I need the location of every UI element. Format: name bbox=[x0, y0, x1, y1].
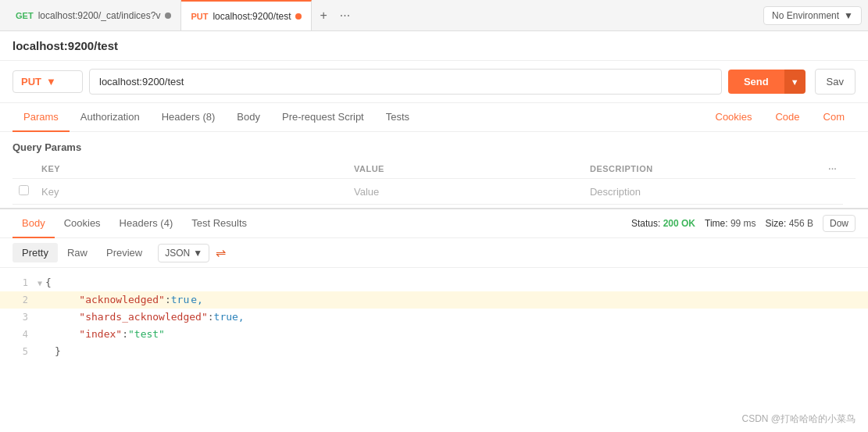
json-key-shards: "shards_acknowledged" bbox=[55, 309, 208, 326]
line-toggle-2 bbox=[38, 294, 52, 307]
resp-tab-test-results[interactable]: Test Results bbox=[182, 209, 256, 238]
size-value: 456 B bbox=[789, 218, 813, 229]
tab-put-method: PUT bbox=[191, 12, 208, 21]
tab-get-dot bbox=[165, 12, 171, 19]
line-toggle-4 bbox=[38, 328, 52, 341]
tab-comments[interactable]: Com bbox=[813, 103, 855, 132]
chevron-down-icon: ▼ bbox=[193, 248, 202, 259]
resp-tab-headers[interactable]: Headers (4) bbox=[110, 209, 183, 238]
json-val-shards: true, bbox=[214, 309, 245, 326]
line-num-2: 2 bbox=[6, 292, 28, 308]
tab-get-url: localhost:9200/_cat/indices?v bbox=[38, 10, 161, 21]
line-toggle-5 bbox=[38, 345, 52, 359]
line-toggle-3 bbox=[38, 311, 52, 324]
fmt-tab-raw[interactable]: Raw bbox=[58, 243, 97, 262]
json-line-3: 3 "shards_acknowledged" : true, bbox=[0, 309, 868, 326]
json-key-index: "index" bbox=[55, 326, 122, 343]
send-button-group: Send ▼ bbox=[728, 70, 805, 94]
col-actions-header: ··· bbox=[822, 159, 843, 179]
json-line-2: 2 "acknowledged" : true, bbox=[0, 291, 868, 309]
environment-selector: No Environment ▼ bbox=[763, 6, 862, 25]
line-num-3: 3 bbox=[6, 309, 28, 325]
placeholder-desc[interactable]: Description bbox=[584, 179, 822, 205]
query-params-title: Query Params bbox=[13, 141, 855, 153]
request-tabs: Params Authorization Headers (8) Body Pr… bbox=[0, 103, 868, 132]
json-open-brace: { bbox=[45, 274, 52, 291]
response-format-bar: Pretty Raw Preview JSON ▼ ⇌ bbox=[0, 238, 868, 268]
response-status: Status: 200 OK Time: 99 ms Size: 456 B D… bbox=[631, 215, 855, 232]
collapse-icon-1[interactable]: ▼ bbox=[38, 277, 42, 290]
save-button[interactable]: Sav bbox=[815, 69, 855, 95]
json-key-acknowledged: "acknowledged" bbox=[55, 291, 165, 309]
json-val-index: "test" bbox=[128, 326, 165, 343]
tab-put-url: localhost:9200/test bbox=[213, 11, 291, 22]
method-label: PUT bbox=[21, 76, 41, 87]
line-num-5: 5 bbox=[6, 344, 28, 359]
resp-tab-cookies[interactable]: Cookies bbox=[55, 209, 110, 238]
chevron-down-icon: ▼ bbox=[844, 10, 853, 21]
response-tabs-bar: Body Cookies Headers (4) Test Results St… bbox=[0, 209, 868, 238]
fmt-tab-preview[interactable]: Preview bbox=[97, 243, 152, 262]
response-section: Body Cookies Headers (4) Test Results St… bbox=[0, 208, 868, 366]
tab-body[interactable]: Body bbox=[226, 103, 271, 132]
json-line-4: 4 "index" : "test" bbox=[0, 326, 868, 343]
send-dropdown-button[interactable]: ▼ bbox=[784, 70, 805, 94]
json-output: 1 ▼ { 2 "acknowledged" : true, 3 "shards… bbox=[0, 268, 868, 366]
params-table: KEY VALUE DESCRIPTION ··· Key Value Desc… bbox=[13, 159, 855, 205]
query-params-section: Query Params KEY VALUE DESCRIPTION ··· K… bbox=[0, 132, 868, 205]
col-key-header: KEY bbox=[35, 159, 348, 179]
placeholder-value[interactable]: Value bbox=[348, 179, 584, 205]
col-desc-header: DESCRIPTION bbox=[584, 159, 822, 179]
json-colon-2: : bbox=[208, 309, 214, 326]
add-tab-button[interactable]: + bbox=[315, 5, 331, 26]
col-add-header bbox=[843, 159, 855, 179]
col-value-header: VALUE bbox=[348, 159, 584, 179]
time-label: Time: 99 ms bbox=[705, 218, 756, 229]
request-title: localhost:9200/test bbox=[0, 31, 868, 61]
chevron-down-icon: ▼ bbox=[46, 76, 56, 87]
tab-bar: GET localhost:9200/_cat/indices?v PUT lo… bbox=[0, 0, 868, 31]
more-tabs-button[interactable]: ··· bbox=[335, 5, 355, 26]
tab-get[interactable]: GET localhost:9200/_cat/indices?v bbox=[6, 0, 181, 30]
download-button[interactable]: Dow bbox=[823, 215, 855, 232]
fmt-tab-pretty[interactable]: Pretty bbox=[13, 243, 58, 262]
size-label: Size: 456 B bbox=[766, 218, 813, 229]
url-bar: PUT ▼ Send ▼ Sav bbox=[0, 61, 868, 103]
wrap-icon[interactable]: ⇌ bbox=[216, 245, 226, 260]
json-val-acknowledged: tru bbox=[171, 291, 189, 309]
placeholder-checkbox[interactable] bbox=[13, 179, 35, 205]
tab-authorization[interactable]: Authorization bbox=[70, 103, 151, 132]
line-num-4: 4 bbox=[6, 327, 28, 342]
env-label: No Environment bbox=[772, 10, 839, 21]
req-right-tabs: Cookies Code Com bbox=[705, 103, 856, 131]
placeholder-key[interactable]: Key bbox=[35, 179, 348, 205]
method-select[interactable]: PUT ▼ bbox=[13, 70, 83, 93]
json-line-1: 1 ▼ { bbox=[0, 274, 868, 291]
json-close-brace: } bbox=[55, 343, 61, 360]
json-colon-1: : bbox=[165, 291, 171, 309]
tab-tests[interactable]: Tests bbox=[375, 103, 420, 132]
url-input[interactable] bbox=[89, 69, 722, 95]
send-button[interactable]: Send bbox=[728, 70, 784, 94]
line-num-1: 1 bbox=[6, 275, 28, 291]
format-label: JSON bbox=[165, 248, 190, 259]
params-placeholder-row: Key Value Description bbox=[13, 179, 855, 205]
col-checkbox-header bbox=[13, 159, 35, 179]
format-dropdown[interactable]: JSON ▼ bbox=[158, 244, 209, 262]
status-value: 200 OK bbox=[663, 218, 695, 229]
time-value: 99 ms bbox=[730, 218, 756, 229]
status-label: Status: 200 OK bbox=[631, 218, 695, 229]
json-colon-3: : bbox=[122, 326, 128, 343]
json-val-acknowledged-suffix: e, bbox=[191, 291, 203, 309]
resp-tab-body[interactable]: Body bbox=[13, 209, 55, 238]
tab-code[interactable]: Code bbox=[764, 103, 810, 132]
tab-actions: + ··· bbox=[315, 5, 355, 26]
tab-params[interactable]: Params bbox=[13, 103, 70, 132]
tab-cookies[interactable]: Cookies bbox=[705, 103, 763, 132]
tab-put[interactable]: PUT localhost:9200/test bbox=[181, 0, 312, 30]
env-dropdown[interactable]: No Environment ▼ bbox=[763, 6, 862, 25]
tab-headers[interactable]: Headers (8) bbox=[151, 103, 227, 132]
placeholder-actions bbox=[822, 179, 843, 205]
tab-prerequest[interactable]: Pre-request Script bbox=[271, 103, 375, 132]
tab-get-method: GET bbox=[16, 11, 34, 20]
